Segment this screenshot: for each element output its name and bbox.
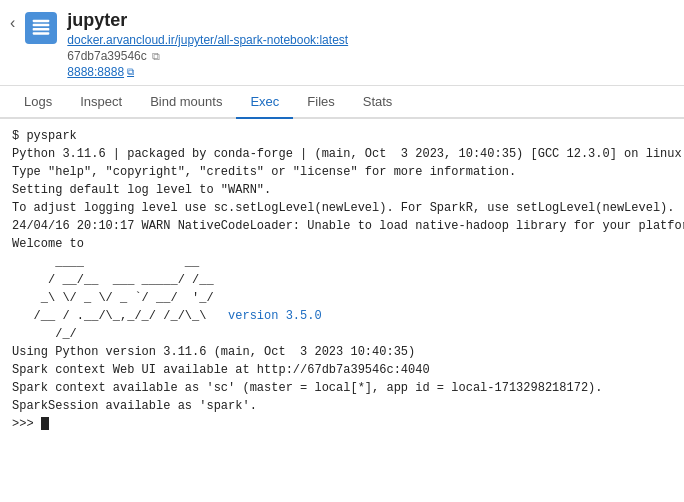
- console-line: Type "help", "copyright", "credits" or "…: [12, 163, 672, 181]
- container-image-link[interactable]: docker.arvancloud.ir/jupyter/all-spark-n…: [67, 33, 348, 47]
- console-line: ____ __: [12, 253, 672, 271]
- tabs-bar: Logs Inspect Bind mounts Exec Files Stat…: [0, 86, 684, 119]
- tab-stats[interactable]: Stats: [349, 86, 407, 119]
- svg-rect-2: [33, 32, 50, 34]
- tab-bind-mounts[interactable]: Bind mounts: [136, 86, 236, 119]
- svg-rect-3: [33, 20, 50, 23]
- console-line: / __/__ ___ _____/ /__: [12, 271, 672, 289]
- header: ‹ jupyter docker.arvancloud.ir/jupyter/a…: [0, 0, 684, 86]
- spark-version: version 3.5.0: [228, 309, 322, 323]
- header-info: jupyter docker.arvancloud.ir/jupyter/all…: [67, 10, 348, 79]
- copy-id-icon[interactable]: ⧉: [152, 50, 160, 63]
- console-line: Spark context available as 'sc' (master …: [12, 379, 672, 397]
- svg-rect-0: [33, 24, 50, 26]
- container-id: 67db7a39546c: [67, 49, 146, 63]
- cursor: [41, 417, 49, 430]
- console-line: Welcome to: [12, 235, 672, 253]
- container-id-row: 67db7a39546c ⧉: [67, 49, 348, 63]
- console-line: /__ / .__/\_,_/_/ /_/\_\ version 3.5.0: [12, 307, 672, 325]
- container-icon: [25, 12, 57, 44]
- console-line: SparkSession available as 'spark'.: [12, 397, 672, 415]
- console-line: $ pyspark: [12, 127, 672, 145]
- console-line: Spark context Web UI available at http:/…: [12, 361, 672, 379]
- console-line: >>>: [12, 415, 672, 433]
- port-text: 8888:8888: [67, 65, 124, 79]
- console-line: Python 3.11.6 | packaged by conda-forge …: [12, 145, 672, 163]
- console-line: To adjust logging level use sc.setLogLev…: [12, 199, 672, 217]
- back-button[interactable]: ‹: [10, 14, 15, 32]
- console-line: Setting default log level to "WARN".: [12, 181, 672, 199]
- console-line: 24/04/16 20:10:17 WARN NativeCodeLoader:…: [12, 217, 672, 235]
- console-line: _\ \/ _ \/ _ `/ __/ '_/: [12, 289, 672, 307]
- console-line: Using Python version 3.11.6 (main, Oct 3…: [12, 343, 672, 361]
- tab-exec[interactable]: Exec: [236, 86, 293, 119]
- container-name: jupyter: [67, 10, 348, 31]
- tab-files[interactable]: Files: [293, 86, 348, 119]
- console-line: /_/: [12, 325, 672, 343]
- svg-rect-1: [33, 28, 50, 31]
- console-output[interactable]: $ pysparkPython 3.11.6 | packaged by con…: [0, 119, 684, 502]
- tab-logs[interactable]: Logs: [10, 86, 66, 119]
- port-link[interactable]: 8888:8888 ⧉: [67, 65, 348, 79]
- external-link-icon: ⧉: [127, 66, 134, 78]
- tab-inspect[interactable]: Inspect: [66, 86, 136, 119]
